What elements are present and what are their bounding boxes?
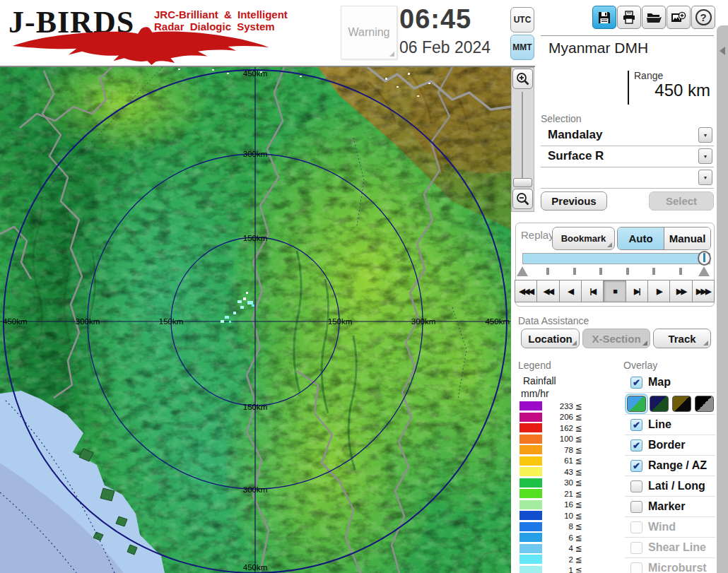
overlay-item-label: Line — [648, 418, 671, 431]
checkbox-lati-long[interactable] — [630, 480, 642, 492]
legend-unit-line2: mm/hr — [521, 388, 549, 399]
manual-mode-button[interactable]: Manual — [664, 228, 710, 249]
overlay-item-marker[interactable]: Marker — [625, 497, 715, 517]
zoom-out-button[interactable] — [512, 189, 533, 209]
selection-dropdown-extra[interactable]: ▼ — [541, 168, 714, 189]
overlay-item-microburst[interactable]: Microburst — [625, 558, 715, 573]
less-equal-symbol: ≦ — [575, 533, 582, 543]
legend-threshold-value: 1 — [542, 566, 573, 573]
checkbox-range-az[interactable]: ✔ — [630, 460, 642, 472]
less-equal-symbol: ≦ — [575, 521, 582, 531]
chevron-down-icon: ▼ — [703, 154, 708, 159]
timeline-slider-handle[interactable] — [698, 251, 711, 266]
overlay-item-line[interactable]: ✔Line — [625, 415, 715, 435]
overlay-item-shear-line[interactable]: Shear Line — [625, 538, 715, 558]
add-image-button[interactable] — [667, 6, 691, 29]
select-button[interactable]: Select — [649, 191, 714, 211]
timezone-utc-button[interactable]: UTC — [510, 7, 534, 33]
overlay-item-label: Border — [648, 439, 685, 451]
legend-color-swatch — [519, 478, 542, 488]
zoom-slider-handle[interactable] — [513, 178, 532, 187]
playback-button-7[interactable]: ▶▶ — [669, 280, 692, 302]
map-style-button-style-blue-green[interactable] — [627, 396, 646, 412]
legend-row-206: 206≦ — [519, 412, 587, 423]
data-assistance-label: Data Assistance — [518, 315, 589, 326]
map-style-button-style-olive-black[interactable] — [672, 396, 691, 412]
dropdown-button[interactable]: ▼ — [698, 148, 712, 164]
timezone-mmt-button[interactable]: MMT — [510, 35, 534, 60]
timeline-slider-track[interactable] — [522, 253, 710, 264]
playback-button-2[interactable]: ◀ — [559, 280, 582, 302]
track-label: Track — [668, 333, 695, 345]
legend-color-swatch — [519, 467, 542, 476]
overlay-item-range-az[interactable]: ✔Range / AZ — [625, 456, 715, 476]
track-button[interactable]: Track — [653, 329, 711, 348]
playback-button-5[interactable]: ▶| — [626, 280, 648, 302]
playback-button-1[interactable]: ◀◀ — [536, 280, 559, 302]
station-separator — [541, 35, 714, 36]
timeline-end-marker[interactable] — [698, 266, 710, 276]
legend-row-4: 4≦ — [519, 543, 587, 555]
legend-color-swatch — [519, 555, 542, 564]
checkbox-line[interactable]: ✔ — [630, 419, 642, 431]
auto-mode-button[interactable]: Auto — [618, 228, 664, 249]
legend-scale: 233≦206≦162≦100≦78≦61≦43≦30≦21≦16≦10≦8≦6… — [519, 401, 587, 573]
less-equal-symbol: ≦ — [575, 434, 582, 444]
checkbox-marker[interactable] — [630, 501, 642, 513]
overlay-item-border[interactable]: ✔Border — [625, 435, 715, 456]
dropdown-button[interactable]: ▼ — [698, 127, 712, 143]
save-button[interactable] — [592, 6, 616, 29]
svg-text:450km: 450km — [3, 317, 28, 326]
legend-row-61: 61≦ — [519, 456, 587, 467]
less-equal-symbol: ≦ — [575, 412, 582, 422]
map-style-button-style-navy-darkgreen[interactable] — [650, 396, 669, 412]
jbirds-application-window: 450km 300km 150km 150km 300km 450km 450k… — [0, 0, 728, 573]
selection-dropdown-site[interactable]: Mandalay ▼ — [541, 126, 714, 146]
less-equal-symbol: ≦ — [575, 489, 582, 499]
x-section-label: X-Section — [592, 333, 640, 345]
less-equal-symbol: ≦ — [575, 423, 582, 433]
legend-row-10: 10≦ — [519, 510, 587, 521]
playback-button-8[interactable]: ▶▶▶ — [692, 280, 715, 302]
previous-button[interactable]: Previous — [541, 191, 607, 211]
less-equal-symbol: ≦ — [575, 500, 582, 509]
timeline-tick — [626, 268, 629, 275]
checkbox-microburst — [630, 562, 642, 573]
print-button[interactable] — [617, 6, 641, 29]
playback-button-6[interactable]: ▶ — [647, 280, 670, 302]
legend-threshold-value: 16 — [542, 500, 573, 509]
checkbox-map[interactable]: ✔ — [630, 377, 642, 389]
checkbox-border[interactable]: ✔ — [630, 439, 642, 451]
warning-button[interactable]: Warning — [341, 6, 397, 59]
chevron-down-icon: ▼ — [703, 133, 708, 138]
legend-row-43: 43≦ — [519, 466, 587, 478]
overlay-item-map[interactable]: ✔Map — [625, 372, 715, 393]
x-section-button[interactable]: X-Section — [582, 329, 650, 348]
location-button[interactable]: Location — [521, 329, 580, 348]
open-folder-button[interactable] — [642, 6, 666, 29]
help-button[interactable]: ? — [691, 6, 715, 29]
zoom-in-button[interactable] — [512, 69, 533, 89]
collapse-arrow-icon — [720, 47, 725, 55]
playback-button-0[interactable]: ◀◀◀ — [515, 280, 537, 302]
panel-collapse-strip[interactable] — [717, 25, 728, 573]
playback-button-4[interactable]: ■ — [603, 280, 626, 302]
playback-button-3[interactable]: |◀ — [581, 280, 604, 302]
timeline-start-marker[interactable] — [517, 266, 528, 276]
overlay-item-lati-long[interactable]: Lati / Long — [625, 476, 715, 497]
map-style-button-style-black-gray[interactable] — [695, 396, 714, 412]
less-equal-symbol: ≦ — [575, 555, 582, 565]
clock-time: 06:45 — [399, 4, 471, 35]
legend-threshold-value: 233 — [542, 402, 573, 410]
legend-threshold-value: 8 — [542, 522, 573, 531]
overlay-item-wind[interactable]: Wind — [625, 517, 715, 538]
radar-map-viewport[interactable]: 450km 300km 150km 150km 300km 450km 450k… — [0, 67, 511, 573]
zoom-slider-track[interactable] — [522, 92, 523, 179]
legend-threshold-value: 4 — [542, 544, 573, 553]
dropdown-button[interactable]: ▼ — [698, 170, 712, 185]
bookmark-button[interactable]: Bookmark — [552, 227, 615, 250]
selection-dropdown-product[interactable]: Surface R ▼ — [541, 147, 714, 167]
corner-grip-icon — [642, 341, 647, 345]
legend-threshold-value: 6 — [542, 533, 573, 542]
overlay-item-label: Lati / Long — [648, 480, 705, 492]
